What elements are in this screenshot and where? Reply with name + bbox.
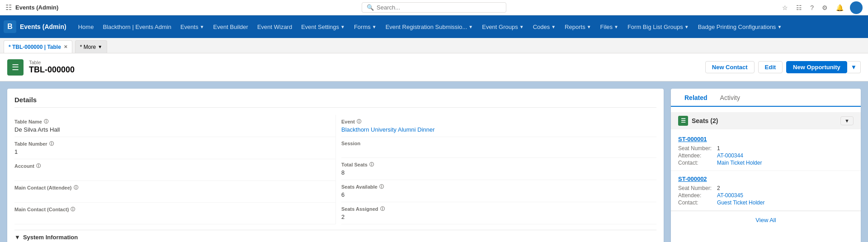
- field-table-number: Table Number ⓘ 1 ✎: [14, 137, 335, 159]
- seats-section-title: Seats (2): [692, 117, 718, 124]
- table-name-info-icon[interactable]: ⓘ: [44, 119, 48, 125]
- record-header: ☰ Table TBL-000000 New Contact Edit New …: [0, 53, 868, 81]
- seat-1-contact-link[interactable]: Main Ticket Holder: [717, 160, 762, 166]
- new-contact-button[interactable]: New Contact: [705, 61, 755, 73]
- seats-available-info-icon[interactable]: ⓘ: [379, 184, 384, 190]
- field-total-seats: Total Seats ⓘ 8 ✎: [341, 158, 656, 180]
- tab-label: * TBL-000000 | Table: [9, 44, 61, 50]
- account-info-icon[interactable]: ⓘ: [36, 163, 41, 169]
- utility-bar-left: ☷ Events (Admin): [5, 3, 58, 12]
- event-groups-caret: ▼: [519, 24, 524, 29]
- seat-1-id-link[interactable]: ST-000001: [678, 136, 854, 142]
- seats-available-label: Seats Available: [341, 184, 377, 190]
- new-opportunity-dropdown[interactable]: ▼: [847, 61, 861, 73]
- nav-item-event-registration[interactable]: Event Registration Submissio... ▼: [381, 15, 478, 38]
- nav-item-events[interactable]: Events ▼: [176, 15, 209, 38]
- record-type: Table: [29, 60, 75, 65]
- fields-grid: Table Name ⓘ De Silva Arts Hall ✎ Table …: [14, 115, 656, 224]
- app-grid-icon[interactable]: ☷: [5, 3, 12, 12]
- session-label: Session: [341, 141, 360, 146]
- seat-2-attendee-link[interactable]: AT-000345: [717, 192, 743, 199]
- forms-caret: ▼: [372, 24, 377, 29]
- field-main-contact-attendee: Main Contact (Attendee) ⓘ ✎: [14, 181, 335, 203]
- main-contact-contact-info-icon[interactable]: ⓘ: [71, 206, 75, 213]
- new-opportunity-button[interactable]: New Opportunity: [786, 61, 847, 73]
- nav-item-codes[interactable]: Codes ▼: [528, 15, 560, 38]
- apps-icon[interactable]: ☷: [794, 3, 804, 12]
- nav-item-forms[interactable]: Forms ▼: [349, 15, 381, 38]
- seat-2-contact-label: Contact:: [678, 199, 712, 206]
- system-info-header[interactable]: ▼ System Information: [14, 230, 656, 242]
- search-input[interactable]: [377, 4, 501, 11]
- seat-2-attendee-label: Attendee:: [678, 192, 712, 199]
- table-number-info-icon[interactable]: ⓘ: [49, 141, 54, 147]
- tab-more-caret: ▼: [98, 44, 102, 49]
- related-panel: Related Activity ☰ Seats (2) ▼ ST-000001…: [671, 89, 861, 242]
- chevron-down-icon: ▼: [14, 234, 20, 241]
- field-seats-assigned: Seats Assigned ⓘ 2 ✎: [341, 202, 656, 224]
- tab-tbl-000000[interactable]: * TBL-000000 | Table ✕: [4, 40, 72, 53]
- nav-item-home[interactable]: Home: [74, 15, 99, 38]
- help-icon[interactable]: ?: [808, 3, 816, 12]
- codes-caret: ▼: [551, 24, 556, 29]
- favorites-icon[interactable]: ☆: [780, 3, 790, 12]
- seat-item-1: ST-000001 Seat Number: 1 Attendee: AT-00…: [671, 131, 861, 171]
- seats-assigned-info-icon[interactable]: ⓘ: [380, 206, 385, 212]
- utility-bar-right: ☆ ☷ ? ⚙ 🔔: [780, 1, 863, 14]
- reports-caret: ▼: [587, 24, 591, 29]
- nav-item-event-groups[interactable]: Event Groups ▼: [477, 15, 528, 38]
- event-label: Event: [341, 119, 355, 124]
- seat-2-number-value: 2: [717, 185, 854, 191]
- view-all-button[interactable]: View All: [671, 211, 861, 229]
- files-caret: ▼: [614, 24, 618, 29]
- nav-item-event-builder[interactable]: Event Builder: [209, 15, 253, 38]
- seat-2-id-link[interactable]: ST-000002: [678, 176, 854, 182]
- fields-left: Table Name ⓘ De Silva Arts Hall ✎ Table …: [14, 115, 335, 224]
- related-tabs: Related Activity: [671, 89, 861, 107]
- main-contact-contact-label: Main Contact (Contact): [14, 207, 69, 212]
- nav-item-blackthorn[interactable]: Blackthorn | Events Admin: [98, 15, 176, 38]
- seat-1-attendee-link[interactable]: AT-000344: [717, 152, 743, 159]
- seat-2-contact-link[interactable]: Guest Ticket Holder: [717, 199, 764, 206]
- event-value-link[interactable]: Blackthorn University Alumni Dinner: [341, 126, 435, 133]
- seat-2-number-label: Seat Number:: [678, 185, 712, 191]
- nav-item-badge-printing[interactable]: Badge Printing Configurations ▼: [693, 15, 787, 38]
- seats-available-value: 6: [341, 191, 344, 198]
- edit-button[interactable]: Edit: [758, 61, 783, 73]
- event-info-icon[interactable]: ⓘ: [357, 119, 361, 125]
- nav-item-event-wizard[interactable]: Event Wizard: [253, 15, 297, 38]
- field-table-name: Table Name ⓘ De Silva Arts Hall ✎: [14, 115, 335, 137]
- search-icon: 🔍: [367, 4, 374, 11]
- total-seats-info-icon[interactable]: ⓘ: [369, 161, 374, 168]
- total-seats-value: 8: [341, 169, 344, 176]
- fields-right: Event ⓘ Blackthorn University Alumni Din…: [335, 115, 656, 224]
- nav-app-name: Events (Admin): [20, 23, 66, 30]
- nav-item-reports[interactable]: Reports ▼: [560, 15, 595, 38]
- seats-assigned-label: Seats Assigned: [341, 206, 378, 212]
- tab-more-label: * More: [80, 44, 96, 50]
- nav-item-form-big-list[interactable]: Form Big List Groups ▼: [623, 15, 693, 38]
- nav-item-event-settings[interactable]: Event Settings ▼: [297, 15, 349, 38]
- system-info: ▼ System Information Created By Elisabet…: [14, 230, 656, 242]
- setup-icon[interactable]: ⚙: [820, 3, 830, 12]
- tab-close-icon[interactable]: ✕: [64, 44, 67, 49]
- record-name: TBL-000000: [29, 65, 75, 75]
- field-account: Account ⓘ ✎: [14, 159, 335, 181]
- details-panel: Details Table Name ⓘ De Silva Arts Hall …: [7, 89, 664, 242]
- search-box: 🔍: [362, 2, 506, 13]
- seat-1-contact-label: Contact:: [678, 160, 712, 166]
- nav-item-files[interactable]: Files ▼: [596, 15, 623, 38]
- record-meta: Table TBL-000000: [29, 60, 75, 75]
- tab-related[interactable]: Related: [678, 89, 714, 107]
- seats-section-dropdown[interactable]: ▼: [840, 116, 854, 125]
- badge-printing-caret: ▼: [777, 24, 782, 29]
- main-contact-attendee-info-icon[interactable]: ⓘ: [74, 185, 78, 191]
- related-content: ☰ Seats (2) ▼ ST-000001 Seat Number: 1 A…: [671, 107, 861, 234]
- notifications-icon[interactable]: 🔔: [834, 3, 845, 12]
- nav-app-icon[interactable]: B: [4, 20, 16, 33]
- tab-more[interactable]: * More ▼: [75, 40, 107, 53]
- field-session: Session ✎: [341, 137, 656, 158]
- avatar[interactable]: [850, 1, 863, 14]
- tab-activity[interactable]: Activity: [714, 89, 746, 107]
- record-header-left: ☰ Table TBL-000000: [7, 59, 75, 76]
